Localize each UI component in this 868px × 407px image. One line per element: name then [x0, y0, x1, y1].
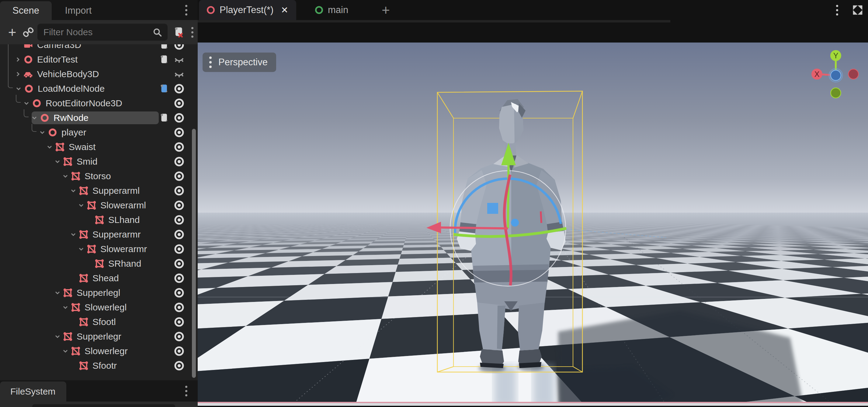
- script-icon[interactable]: [159, 113, 169, 123]
- tree-row-vehiclebody3d[interactable]: VehicleBody3D: [0, 67, 198, 81]
- tree-expand-arrow[interactable]: [53, 329, 62, 344]
- instance-scene-button[interactable]: [21, 25, 35, 39]
- attached-script-button[interactable]: [157, 110, 171, 125]
- expand-fullscreen-icon[interactable]: [851, 4, 864, 16]
- visibility-toggle[interactable]: [172, 198, 186, 213]
- visibility-toggle[interactable]: [172, 125, 186, 140]
- tree-row-camera3d[interactable]: Camera3D: [0, 44, 198, 52]
- window-menu-icon[interactable]: [833, 3, 841, 17]
- tree-expand-arrow[interactable]: [61, 300, 70, 315]
- 3d-viewport[interactable]: Perspective Y X: [198, 42, 868, 407]
- node-type-icon: [62, 154, 73, 169]
- tree-row-storso[interactable]: Storso: [0, 169, 198, 183]
- tree-expand-arrow[interactable]: [69, 183, 78, 198]
- visibility-toggle[interactable]: [172, 300, 186, 315]
- script-icon[interactable]: [159, 55, 169, 65]
- tree-row-slhand[interactable]: SLhand: [0, 213, 198, 227]
- visibility-toggle[interactable]: [172, 154, 186, 169]
- visibility-toggle[interactable]: [172, 285, 186, 300]
- visibility-toggle[interactable]: [172, 81, 186, 96]
- visibility-toggle[interactable]: [172, 329, 186, 344]
- tree-expand-arrow[interactable]: [38, 125, 47, 140]
- tree-row-swaist[interactable]: Swaist: [0, 140, 198, 154]
- tree-row-editortest[interactable]: EditorTest: [0, 52, 198, 67]
- tree-expand-arrow[interactable]: [45, 140, 54, 154]
- attached-script-button[interactable]: [157, 52, 171, 67]
- tree-expand-arrow[interactable]: [76, 242, 86, 256]
- tree-expand-arrow[interactable]: [53, 154, 62, 169]
- scene-dock-menu-icon[interactable]: [183, 4, 190, 16]
- visibility-toggle[interactable]: [172, 359, 186, 373]
- tree-row-srhand[interactable]: SRhand: [0, 256, 198, 271]
- tree-expand-arrow[interactable]: [61, 169, 70, 183]
- tree-expand-arrow[interactable]: [13, 67, 23, 81]
- tree-row-rooteditornode3d[interactable]: RootEditorNode3D: [0, 96, 198, 110]
- visibility-toggle[interactable]: [172, 344, 186, 359]
- visibility-toggle[interactable]: [172, 140, 186, 154]
- attached-script-button[interactable]: [157, 44, 171, 52]
- visibility-toggle[interactable]: [172, 315, 186, 329]
- tree-expand-arrow[interactable]: [61, 344, 70, 359]
- detach-script-button[interactable]: [172, 25, 185, 39]
- visibility-toggle[interactable]: [172, 271, 186, 285]
- tree-expand-arrow[interactable]: [13, 52, 23, 67]
- visibility-toggle[interactable]: [172, 169, 186, 183]
- tree-row-rwnode[interactable]: RwNode: [0, 110, 198, 125]
- axis-y-negative[interactable]: [831, 88, 841, 98]
- tree-expand-arrow[interactable]: [76, 198, 86, 213]
- tree-expand-arrow[interactable]: [14, 81, 23, 96]
- visibility-toggle[interactable]: [172, 44, 186, 52]
- tree-row-slowerarml[interactable]: Slowerarml: [0, 198, 198, 213]
- filter-nodes-input[interactable]: [37, 24, 167, 41]
- axis-z-center[interactable]: [831, 70, 841, 80]
- visibility-toggle[interactable]: [172, 242, 186, 256]
- projection-menu-button[interactable]: Perspective: [203, 53, 276, 72]
- tree-row-slowerarmr[interactable]: Slowerarmr: [0, 242, 198, 256]
- tree-row-label: Supperarml: [92, 185, 140, 196]
- close-tab-icon[interactable]: ✕: [281, 5, 288, 15]
- axis-x-negative[interactable]: [848, 69, 859, 79]
- tree-expand-arrow[interactable]: [69, 227, 78, 242]
- tree-row-supperarml[interactable]: Supperarml: [0, 183, 198, 198]
- tree-row-supperarmr[interactable]: Supperarmr: [0, 227, 198, 242]
- chevron-down-icon: [70, 231, 77, 238]
- scene-tree-scrollbar[interactable]: [192, 129, 196, 378]
- tree-row-player[interactable]: player: [0, 125, 198, 140]
- tree-expand-arrow[interactable]: [22, 96, 31, 110]
- scene-tree-menu-icon[interactable]: [187, 25, 198, 39]
- axis-navigation-gizmo[interactable]: Y X: [810, 49, 862, 101]
- filesystem-search-field[interactable]: [32, 404, 175, 407]
- tree-row-sfootl[interactable]: Sfootl: [0, 315, 198, 329]
- tree-expand-arrow[interactable]: [53, 285, 62, 300]
- visibility-toggle[interactable]: [172, 256, 186, 271]
- attached-script-button[interactable]: [157, 81, 171, 96]
- filesystem-menu-icon[interactable]: [183, 384, 190, 397]
- scene-tab-main[interactable]: main: [307, 0, 356, 20]
- visibility-toggle[interactable]: [172, 213, 186, 227]
- visibility-toggle[interactable]: [172, 96, 186, 110]
- add-node-button[interactable]: +: [5, 25, 19, 39]
- script-icon[interactable]: [159, 44, 169, 50]
- visibility-toggle[interactable]: [172, 52, 186, 67]
- scene-tab-playertest[interactable]: PlayerTest(*) ✕: [199, 0, 296, 20]
- tree-row-slowerlegl[interactable]: Slowerlegl: [0, 300, 198, 315]
- visibility-toggle[interactable]: [172, 67, 186, 81]
- visibility-toggle[interactable]: [172, 183, 186, 198]
- tab-import[interactable]: Import: [52, 1, 105, 20]
- new-scene-tab-button[interactable]: +: [382, 0, 390, 20]
- tree-row-sfootr[interactable]: Sfootr: [0, 359, 198, 373]
- tree-row-label: Slowerlegr: [85, 346, 128, 356]
- tree-row-smid[interactable]: Smid: [0, 154, 198, 169]
- tree-row-loadmodelnode[interactable]: LoadModelNode: [0, 81, 198, 96]
- tab-filesystem[interactable]: FileSystem: [0, 381, 66, 402]
- script-icon[interactable]: [159, 83, 169, 94]
- tab-scene[interactable]: Scene: [0, 1, 52, 20]
- tree-row-supperlegr[interactable]: Supperlegr: [0, 329, 198, 344]
- visibility-toggle[interactable]: [172, 227, 186, 242]
- visibility-toggle[interactable]: [172, 110, 186, 125]
- visibility-visible-icon: [174, 273, 185, 284]
- tree-row-supperlegl[interactable]: Supperlegl: [0, 285, 198, 300]
- tree-row-slowerlegr[interactable]: Slowerlegr: [0, 344, 198, 359]
- tree-expand-arrow[interactable]: [30, 110, 39, 125]
- tree-row-shead[interactable]: Shead: [0, 271, 198, 285]
